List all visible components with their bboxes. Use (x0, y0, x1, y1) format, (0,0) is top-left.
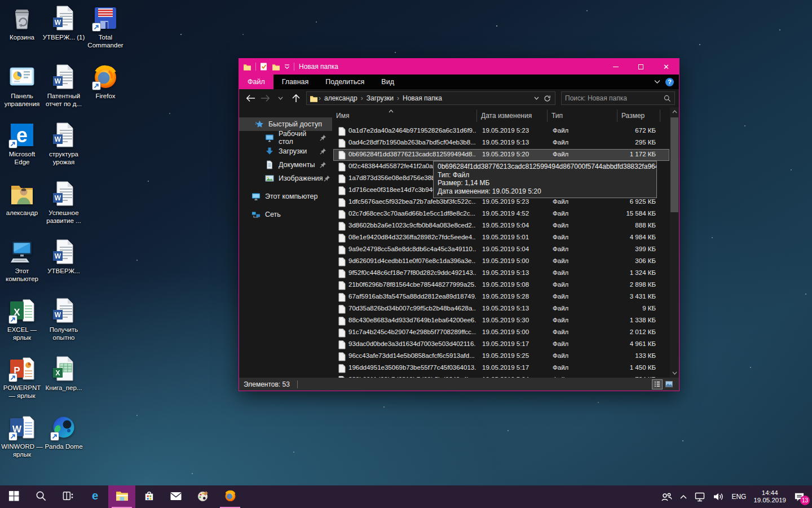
desktop-icon-edge[interactable]: eMicrosoft Edge (1, 121, 43, 166)
desktop-icon-word-doc[interactable]: WУТВЕРЖ... (42, 238, 85, 275)
recent-locations-chevron-icon[interactable] (273, 91, 288, 105)
table-row[interactable]: 196dd4951e35069b73be55f77c45f0364013...1… (333, 362, 669, 374)
desktop-icon-panda-dome[interactable]: Panda Dome (42, 414, 85, 450)
sidebar-item-computer[interactable]: Этот компьютер (239, 190, 332, 203)
table-row[interactable]: 67af5916ab3fa5475a88dd2812ea89d18749...1… (333, 291, 669, 303)
column-header-name[interactable]: Имя (336, 112, 349, 120)
customize-qat-chevron-icon[interactable] (284, 64, 290, 69)
taskbar-start-button[interactable] (0, 485, 27, 508)
address-dropdown-chevron-icon[interactable] (534, 97, 539, 100)
address-bar[interactable]: › александр › Загрузки › Новая папка (306, 91, 555, 105)
tab-share[interactable]: Поделиться (317, 75, 373, 89)
table-row[interactable]: 0a1d7e2da40a2464b971952826a6c31d6f9...19… (333, 125, 669, 137)
taskbar-paint-button[interactable] (189, 485, 217, 508)
desktop-icon-label: УТВЕРЖ... (42, 267, 85, 275)
volume-icon[interactable] (713, 492, 724, 502)
scroll-up-icon[interactable] (670, 107, 679, 116)
column-header-type[interactable]: Тип (551, 112, 563, 120)
sidebar-item-pictures[interactable]: Изображения (239, 172, 332, 185)
taskbar-file-explorer-button[interactable] (108, 485, 135, 508)
table-row[interactable]: 0b696284f1dd38776213cadc812599494d8...19… (333, 149, 669, 161)
vertical-scrollbar[interactable] (670, 107, 679, 378)
desktop-icon-user-folder[interactable]: александр (1, 180, 43, 217)
desktop-icon-firefox[interactable]: Firefox (84, 63, 127, 100)
action-center-icon[interactable]: 13 (793, 492, 805, 502)
properties-check-icon[interactable] (260, 63, 268, 71)
firefox-icon (92, 63, 119, 90)
table-row[interactable]: 96cc43afe73dd14e5b0858acfcf6c5913afd...1… (333, 351, 669, 362)
expand-ribbon-chevron-icon[interactable] (654, 78, 660, 86)
close-button[interactable]: ✕ (654, 59, 679, 75)
tab-home[interactable]: Главная (273, 75, 317, 89)
file-icon (338, 151, 346, 161)
taskbar-task-view-button[interactable] (54, 485, 81, 508)
sidebar-item-documents[interactable]: Документы (239, 158, 332, 172)
search-input[interactable] (565, 94, 664, 102)
desktop-icon-total-commander[interactable]: Total Commander (84, 5, 127, 49)
search-box[interactable] (561, 91, 675, 105)
scroll-down-icon[interactable] (670, 369, 679, 378)
file-type: Файл (553, 210, 609, 217)
column-header-size[interactable]: Размер (621, 112, 645, 120)
desktop-icon-word-doc[interactable]: Wструктура урожая (42, 121, 85, 166)
back-button[interactable] (243, 91, 257, 105)
folder-icon[interactable] (243, 63, 251, 71)
desktop-icon-excel-app[interactable]: XEXCEL — ярлык (1, 297, 43, 341)
table-row[interactable]: 3d8602bb2a6e1023c9cfb0b84a083e8ced2...19… (333, 220, 669, 232)
taskbar-mail-button[interactable] (162, 485, 189, 508)
desktop-icon-word-doc[interactable]: WУспешное развитие ... (42, 180, 85, 225)
refresh-icon[interactable] (544, 95, 551, 102)
details-view-button[interactable] (652, 379, 663, 389)
desktop-icon-control-panel[interactable]: Панель управления (1, 63, 43, 108)
desktop-icon-this-pc[interactable]: Этот компьютер (1, 238, 43, 283)
sidebar-item-network[interactable]: Сеть (239, 208, 332, 221)
table-row[interactable]: 9d626091d4cedbb11e0f076e8c1da396a3e...19… (333, 256, 669, 268)
column-header-date[interactable]: Дата изменения (481, 112, 532, 120)
tab-file[interactable]: Файл (239, 75, 273, 89)
table-row[interactable]: 91c7a4b245c4b29074e298b5f7708289ffcc...1… (333, 327, 669, 339)
maximize-button[interactable] (628, 59, 654, 75)
table-row[interactable]: 02c7d68cec3c70aa6d66b1e5cc1df8e8c2c...19… (333, 208, 669, 220)
table-row[interactable]: 93dac0d0bde3a3d1634d7003e503d402116...19… (333, 339, 669, 351)
table-row[interactable]: 70d35a826bd34b007c99f5cb2b48ba4628a...19… (333, 303, 669, 315)
minimize-button[interactable] (603, 59, 628, 75)
new-folder-icon[interactable] (272, 63, 280, 71)
desktop-icon-excel-doc[interactable]: XКнига_пер... (42, 355, 85, 392)
desktop-icon-word-doc[interactable]: WПолучить опытно (42, 297, 85, 341)
breadcrumb-user[interactable]: александр (321, 94, 360, 102)
scrollbar-thumb[interactable] (670, 117, 678, 212)
table-row[interactable]: 88c430e8683a4d933d7649b1eba64200ee6...19… (333, 315, 669, 327)
people-icon[interactable] (660, 491, 673, 502)
desktop-icon-powerpoint-app[interactable]: PPOWERPNT — ярлык (1, 355, 43, 400)
taskbar-store-button[interactable] (135, 485, 162, 508)
sidebar-item-desktop[interactable]: Рабочий стол (239, 131, 332, 144)
thumbnail-view-button[interactable] (664, 379, 674, 389)
help-icon[interactable]: ? (665, 78, 674, 86)
hidden-icons-chevron-icon[interactable] (680, 494, 687, 499)
table-row[interactable]: 08e1e9420d84d3236ffa28982c7fdc5eede4...1… (333, 232, 669, 244)
language-indicator[interactable]: ENG (731, 493, 746, 501)
desktop-icon-word-app[interactable]: WWINWORD — ярлык (1, 414, 43, 458)
table-row[interactable]: 9f52f0c448c6cf18e77f80d282c9ddc492143...… (333, 268, 669, 279)
table-row[interactable]: 0ad4c28df7b1950ab263ba7bd5cf04eb3b8...19… (333, 137, 669, 149)
table-row[interactable]: 1dfc5676aec5f932bea72b7afeb3bf3fc522c...… (333, 196, 669, 208)
desktop-icon-word-doc[interactable]: WПатентный отчет по д... (42, 63, 85, 108)
sidebar-item-quick-access[interactable]: Быстрый доступ (239, 117, 332, 131)
file-type: Файл (553, 222, 609, 229)
search-icon[interactable] (664, 95, 671, 102)
taskbar-search-button[interactable] (27, 485, 54, 508)
table-row[interactable]: 21b0f6296b78f81564cbe785448277999a25...1… (333, 279, 669, 291)
network-icon[interactable] (694, 492, 705, 502)
taskbar-edge-button[interactable]: e (81, 485, 108, 508)
forward-button[interactable] (258, 91, 272, 105)
table-row[interactable]: 9a9e24798cc5a8e8dc8db6c4a45c3a49110...19… (333, 244, 669, 256)
up-button[interactable] (289, 91, 303, 105)
taskbar-firefox-button[interactable] (217, 485, 244, 508)
sidebar-item-downloads[interactable]: Загрузки (239, 144, 332, 158)
breadcrumb-current-folder[interactable]: Новая папка (400, 94, 445, 102)
desktop-icon-recycle-bin[interactable]: Корзина (1, 5, 43, 41)
desktop-icon-word-doc[interactable]: WУТВЕРЖ... (1) (42, 5, 85, 41)
breadcrumb-downloads[interactable]: Загрузки (364, 94, 396, 102)
clock[interactable]: 14:44 19.05.2019 (753, 489, 786, 504)
tab-view[interactable]: Вид (373, 75, 403, 89)
